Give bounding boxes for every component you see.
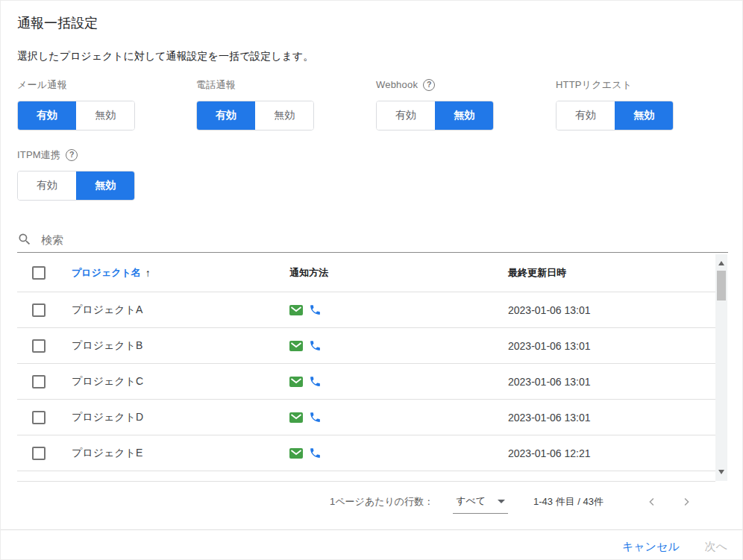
project-name-cell: プロジェクトA bbox=[72, 303, 142, 317]
sort-asc-icon: ↑ bbox=[145, 267, 151, 279]
scrollbar-down-icon[interactable] bbox=[718, 470, 724, 474]
chevron-left-icon bbox=[645, 495, 659, 509]
column-header-project-name[interactable]: プロジェクト名 ↑ bbox=[72, 254, 151, 292]
toggle-group-webhook: Webhook ? 有効 無効 bbox=[376, 78, 494, 130]
webhook-disable-button[interactable]: 無効 bbox=[435, 101, 493, 130]
pagination-bar: 1ページあたりの行数： すべて 1-43 件目 / 43件 bbox=[17, 485, 703, 518]
previous-page-button[interactable] bbox=[642, 492, 662, 512]
webhook-enable-button[interactable]: 有効 bbox=[377, 101, 435, 130]
scrollbar-up-icon[interactable] bbox=[718, 261, 724, 265]
pagination-range-label: 1-43 件目 / 43件 bbox=[533, 495, 604, 509]
column-header-methods: 通知方法 bbox=[289, 266, 328, 280]
rows-per-page-select[interactable]: すべて bbox=[453, 490, 508, 514]
phone-disable-button[interactable]: 無効 bbox=[255, 101, 313, 130]
itpm-disable-button[interactable]: 無効 bbox=[76, 172, 134, 200]
http-request-disable-button[interactable]: 無効 bbox=[615, 101, 673, 130]
row-checkbox[interactable] bbox=[32, 375, 46, 388]
page-description: 選択したプロジェクトに対して通報設定を一括で設定します。 bbox=[17, 50, 313, 63]
updated-cell: 2023-01-06 13:01 bbox=[508, 412, 591, 424]
http-request-enable-button[interactable]: 有効 bbox=[557, 101, 615, 130]
dropdown-arrow-icon bbox=[498, 500, 505, 503]
updated-cell: 2023-01-06 13:01 bbox=[508, 340, 591, 352]
table-row[interactable]: プロジェクトB 2023-01-06 13:01 bbox=[17, 328, 715, 364]
phone-icon bbox=[309, 303, 322, 316]
updated-cell: 2023-01-06 12:21 bbox=[508, 447, 591, 459]
mail-icon bbox=[289, 412, 303, 423]
mail-icon bbox=[289, 448, 303, 459]
page-title: 通報一括設定 bbox=[17, 14, 98, 32]
updated-cell: 2023-01-06 13:01 bbox=[508, 304, 591, 316]
search-icon bbox=[17, 232, 32, 247]
phone-icon bbox=[309, 339, 322, 352]
toggle-group-http-request: HTTPリクエスト 有効 無効 bbox=[556, 78, 674, 130]
search-input[interactable] bbox=[41, 233, 728, 246]
next-page-button[interactable] bbox=[677, 492, 696, 512]
row-checkbox[interactable] bbox=[32, 303, 46, 317]
table-row[interactable]: プロジェクトD 2023-01-06 13:01 bbox=[17, 400, 715, 435]
rows-per-page-value: すべて bbox=[456, 494, 486, 508]
phone-icon bbox=[309, 375, 322, 388]
footer-actions: キャンセル 次へ bbox=[1, 533, 743, 560]
table-row[interactable]: プロジェクトC 2023-01-06 13:01 bbox=[17, 364, 715, 400]
phone-icon bbox=[309, 447, 322, 459]
phone-icon bbox=[309, 411, 322, 424]
mail-icon bbox=[289, 305, 303, 315]
http-request-label: HTTPリクエスト bbox=[556, 78, 632, 92]
search-bar bbox=[17, 227, 728, 253]
row-checkbox[interactable] bbox=[32, 411, 46, 424]
project-name-cell: プロジェクトD bbox=[72, 411, 143, 424]
itpm-help-icon[interactable]: ? bbox=[66, 149, 78, 161]
table-scrollbar[interactable] bbox=[715, 254, 727, 481]
phone-report-label: 電話通報 bbox=[196, 78, 236, 92]
updated-cell: 2023-01-06 13:01 bbox=[508, 376, 591, 388]
select-all-checkbox[interactable] bbox=[32, 266, 46, 280]
itpm-enable-button[interactable]: 有効 bbox=[18, 172, 76, 200]
mail-enable-button[interactable]: 有効 bbox=[18, 101, 76, 130]
next-button[interactable]: 次へ bbox=[705, 540, 727, 554]
webhook-label: Webhook bbox=[376, 79, 418, 90]
cancel-button[interactable]: キャンセル bbox=[622, 540, 680, 554]
row-checkbox[interactable] bbox=[32, 339, 46, 353]
project-name-cell: プロジェクトB bbox=[72, 339, 142, 353]
mail-disable-button[interactable]: 無効 bbox=[76, 101, 134, 130]
mail-report-label: メール通報 bbox=[17, 78, 67, 92]
mail-icon bbox=[289, 377, 303, 387]
project-name-cell: プロジェクトE bbox=[72, 447, 142, 460]
footer-divider bbox=[1, 529, 743, 530]
rows-per-page-label: 1ページあたりの行数： bbox=[330, 495, 433, 509]
table-row[interactable]: プロジェクトA 2023-01-06 13:01 bbox=[17, 292, 715, 328]
bulk-report-settings-dialog: 通報一括設定 選択したプロジェクトに対して通報設定を一括で設定します。 メール通… bbox=[0, 0, 743, 560]
table-row[interactable]: プロジェクトE 2023-01-06 12:21 bbox=[17, 435, 715, 471]
itpm-label: ITPM連携 bbox=[17, 148, 60, 162]
phone-enable-button[interactable]: 有効 bbox=[197, 101, 255, 130]
webhook-help-icon[interactable]: ? bbox=[423, 79, 435, 91]
toggle-group-phone: 電話通報 有効 無効 bbox=[196, 78, 314, 130]
column-header-updated: 最終更新日時 bbox=[508, 266, 566, 280]
chevron-right-icon bbox=[680, 495, 693, 509]
mail-icon bbox=[289, 341, 303, 351]
scrollbar-thumb[interactable] bbox=[717, 271, 726, 301]
project-name-cell: プロジェクトC bbox=[72, 375, 143, 388]
row-checkbox[interactable] bbox=[32, 447, 46, 460]
toggle-group-mail: メール通報 有効 無効 bbox=[17, 78, 135, 130]
projects-table: プロジェクト名 ↑ 通知方法 最終更新日時 プロジェクトA 2023-01-06… bbox=[17, 254, 715, 482]
toggle-group-itpm: ITPM連携 ? 有効 無効 bbox=[17, 148, 135, 201]
table-header-row: プロジェクト名 ↑ 通知方法 最終更新日時 bbox=[17, 254, 715, 292]
